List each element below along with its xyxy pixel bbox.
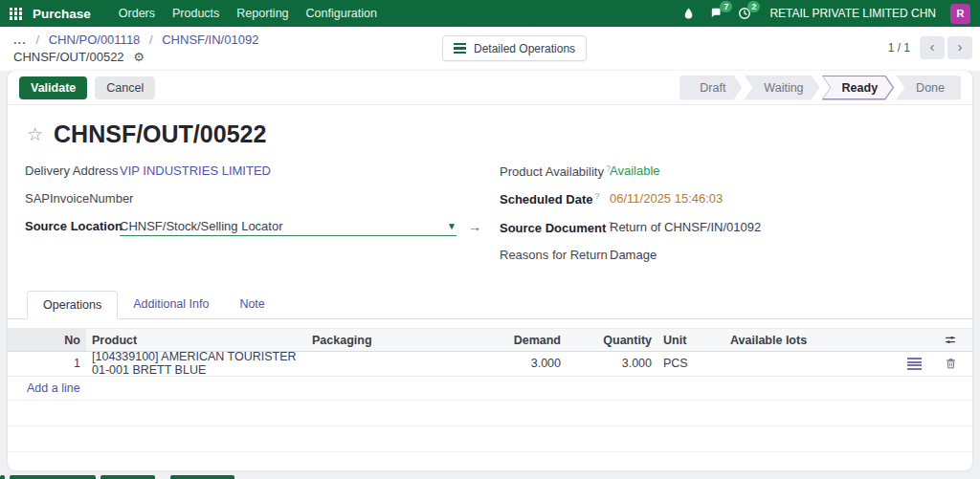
sap-invoice-label: SAPInvoiceNumber xyxy=(25,191,120,206)
form-actions-row: Validate Cancel Draft Waiting Ready Done xyxy=(8,71,972,105)
user-avatar[interactable]: R xyxy=(950,4,970,24)
header-quantity[interactable]: Quantity xyxy=(561,329,652,351)
header-no[interactable]: No xyxy=(33,329,86,351)
cell-demand[interactable]: 3.000 xyxy=(456,357,561,370)
status-step-draft[interactable]: Draft xyxy=(679,76,742,100)
menu-orders[interactable]: Orders xyxy=(110,7,164,20)
cell-unit: PCS xyxy=(652,357,719,370)
detailed-operations-label: Detailed Operations xyxy=(474,42,575,55)
top-navbar: Purchase Orders Products Reporting Confi… xyxy=(0,0,980,27)
header-actions xyxy=(877,329,972,351)
empty-row xyxy=(8,426,972,452)
tab-note[interactable]: Note xyxy=(224,291,279,318)
status-step-done[interactable]: Done xyxy=(896,76,961,100)
control-panel: ... / CHN/PO/001118 / CHNSF/IN/01092 CHN… xyxy=(0,27,980,71)
favorite-star-icon[interactable]: ☆ xyxy=(27,125,43,143)
pager-count: 1 / 1 xyxy=(888,41,910,54)
handle-column-header xyxy=(8,329,33,351)
messages-icon[interactable]: 7 xyxy=(709,7,724,20)
cancel-button[interactable]: Cancel xyxy=(95,76,155,99)
field-delivery-address: Delivery Address VIP INDUSTRIES LIMITED xyxy=(25,163,500,179)
breadcrumb-ellipsis[interactable]: ... xyxy=(13,33,27,47)
field-reasons-for-return: Reasons for Return Damage xyxy=(500,248,761,263)
title-row: ☆ CHNSF/OUT/00522 xyxy=(27,120,955,148)
systray: 7 2 RETAIL PRIVATE LIMITED CHN R xyxy=(682,4,970,24)
header-packaging[interactable]: Packaging xyxy=(312,329,456,351)
status-step-waiting[interactable]: Waiting xyxy=(744,76,819,100)
bottom-cutoff-button[interactable] xyxy=(100,475,155,479)
cell-product[interactable]: [104339100] AMERICAN TOURISTER 01-001 BR… xyxy=(86,350,312,377)
header-available-lots[interactable]: Available lots xyxy=(719,329,877,351)
pager-previous-icon[interactable]: ‹ xyxy=(920,36,945,59)
bottom-cutoff-button[interactable] xyxy=(10,475,96,479)
internal-link-arrow-icon[interactable]: → xyxy=(468,219,481,234)
field-source-location: Source Location CHNSF/Stock/Selling Loca… xyxy=(25,219,500,236)
field-groups: Delivery Address VIP INDUSTRIES LIMITED … xyxy=(25,163,955,275)
delivery-address-value[interactable]: VIP INDUSTRIES LIMITED xyxy=(120,163,271,178)
statusbar: Draft Waiting Ready Done xyxy=(678,76,961,100)
activities-clock-icon[interactable]: 2 xyxy=(738,7,751,20)
add-line-row: Add a line xyxy=(8,377,972,401)
empty-row xyxy=(8,452,972,470)
breadcrumb-link-po[interactable]: CHN/PO/001118 xyxy=(49,33,141,47)
row-actions xyxy=(877,357,972,370)
chevron-down-icon[interactable]: ▼ xyxy=(447,221,457,231)
header-product[interactable]: Product xyxy=(86,329,312,351)
menu-configuration[interactable]: Configuration xyxy=(298,7,386,20)
breadcrumb-link-in[interactable]: CHNSF/IN/01092 xyxy=(162,33,258,47)
reasons-label: Reasons for Return xyxy=(500,248,610,262)
table-header-row: No Product Packaging Demand Quantity Uni… xyxy=(8,328,972,352)
field-scheduled-date: Scheduled Date? 06/11/2025 15:46:03 xyxy=(500,191,761,207)
scheduled-date-value[interactable]: 06/11/2025 15:46:03 xyxy=(610,191,723,206)
gear-icon[interactable]: ⚙ xyxy=(133,50,145,64)
detailed-operations-button[interactable]: Detailed Operations xyxy=(442,35,587,61)
pager-next-icon[interactable]: › xyxy=(947,36,972,59)
status-step-ready[interactable]: Ready xyxy=(822,76,895,100)
delete-row-trash-icon[interactable] xyxy=(945,357,957,370)
field-group-left: Delivery Address VIP INDUSTRIES LIMITED … xyxy=(25,163,500,275)
source-document-label: Source Document? xyxy=(500,220,610,235)
breadcrumb: ... / CHN/PO/001118 / CHNSF/IN/01092 CHN… xyxy=(13,32,258,66)
field-source-document: Source Document? Return of CHNSF/IN/0109… xyxy=(500,220,761,235)
breadcrumb-line-2: CHNSF/OUT/00522 ⚙ xyxy=(13,49,258,66)
field-group-right: Product Availability? Available Schedule… xyxy=(500,163,761,275)
header-demand[interactable]: Demand xyxy=(456,329,561,351)
apps-grid-icon[interactable] xyxy=(10,8,22,20)
help-icon: ? xyxy=(595,191,600,201)
validate-button[interactable]: Validate xyxy=(19,76,87,99)
company-name[interactable]: RETAIL PRIVATE LIMITED CHN xyxy=(769,7,936,20)
breadcrumb-separator: / xyxy=(149,33,153,47)
breadcrumb-current: CHNSF/OUT/00522 xyxy=(13,50,124,64)
droplet-icon[interactable] xyxy=(682,7,695,20)
app-name[interactable]: Purchase xyxy=(33,7,91,21)
breadcrumb-line-1: ... / CHN/PO/001118 / CHNSF/IN/01092 xyxy=(13,32,258,49)
reasons-value[interactable]: Damage xyxy=(610,248,657,262)
operations-table: No Product Packaging Demand Quantity Uni… xyxy=(8,328,972,470)
empty-row xyxy=(8,401,972,426)
tab-operations[interactable]: Operations xyxy=(27,291,118,319)
source-location-input[interactable]: CHNSF/Stock/Selling Locator ▼ xyxy=(120,219,457,236)
table-row[interactable]: 1 [104339100] AMERICAN TOURISTER 01-001 … xyxy=(8,352,972,377)
menu-products[interactable]: Products xyxy=(164,7,228,20)
optional-columns-icon[interactable] xyxy=(944,334,957,346)
bottom-cutoff-button[interactable] xyxy=(170,475,234,479)
form-sheet: ☆ CHNSF/OUT/00522 Delivery Address VIP I… xyxy=(8,105,972,275)
form-card: Validate Cancel Draft Waiting Ready Done… xyxy=(8,71,972,470)
product-availability-label: Product Availability? xyxy=(500,163,610,179)
pager: 1 / 1 ‹ › xyxy=(888,36,972,59)
cell-quantity[interactable]: 3.000 xyxy=(561,357,652,370)
add-a-line-link[interactable]: Add a line xyxy=(27,381,80,395)
field-sap-invoice-number: SAPInvoiceNumber xyxy=(25,191,500,207)
delivery-address-label: Delivery Address xyxy=(25,163,120,178)
bottom-cutoff-button[interactable] xyxy=(0,475,5,479)
messages-badge: 7 xyxy=(720,1,732,12)
header-unit[interactable]: Unit xyxy=(652,329,719,351)
scheduled-date-label: Scheduled Date? xyxy=(500,191,610,207)
tab-additional-info[interactable]: Additional Info xyxy=(118,291,224,318)
product-availability-value: Available xyxy=(610,163,660,178)
source-location-label: Source Location xyxy=(25,219,120,233)
detailed-operations-list-icon[interactable] xyxy=(907,358,922,370)
menu-reporting[interactable]: Reporting xyxy=(228,7,297,20)
source-location-value: CHNSF/Stock/Selling Locator xyxy=(120,219,441,233)
source-document-value[interactable]: Return of CHNSF/IN/01092 xyxy=(610,220,761,234)
